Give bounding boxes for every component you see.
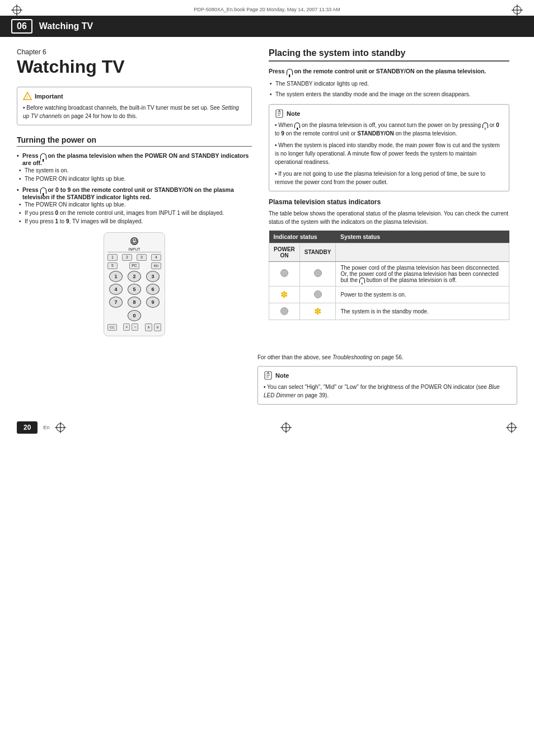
bottom-marks-row: 20 En: [17, 421, 517, 434]
section-standby-title: Placing the system into standby: [269, 48, 509, 62]
col-standby: STANDBY: [299, 243, 336, 261]
footer-right: For other than the above, see Troublesho…: [17, 354, 517, 405]
for-other-text: For other than the above, see Troublesho…: [257, 354, 517, 360]
svg-text:!: !: [26, 95, 28, 100]
num-btn-0: 0: [128, 310, 141, 321]
right-column: Placing the system into standby Press on…: [269, 48, 509, 343]
bottom-right-reg: [506, 422, 517, 433]
important-text: • Before watching broadcast channels, th…: [23, 104, 246, 120]
svg-point-8: [279, 110, 280, 111]
table-header-row: Indicator status System status: [269, 231, 509, 243]
dot-grey-3: [314, 290, 322, 298]
standby-sub-2: The system enters the standby mode and t…: [269, 90, 509, 98]
standby-note-item-1: • When on the plasma television is off, …: [275, 121, 503, 138]
dot-grey-4: [280, 307, 288, 315]
row3-status-text: The system is in the standby mode.: [336, 303, 509, 320]
input-btn-pc: PC: [129, 262, 139, 269]
remote-power-btn-area: [107, 237, 161, 245]
chapter-title: Watching TV: [17, 57, 252, 77]
top-right-reg: [512, 4, 523, 16]
standby-note-box: Note • When on the plasma television is …: [269, 104, 509, 191]
remote-btn-plus: +: [123, 323, 130, 331]
list-item-1: Press on the plasma television when the …: [17, 152, 252, 183]
svg-point-10: [268, 372, 269, 373]
chapter-number: 06: [11, 19, 32, 34]
remote-btn-minus: −: [132, 323, 138, 331]
plasma-status-desc: The table below shows the operational st…: [269, 209, 509, 226]
footer-note-label: Note: [275, 372, 289, 379]
indicator-status-table: Indicator status System status POWER ON …: [269, 231, 509, 320]
bullet-main-1: Press on the plasma television when the …: [17, 152, 252, 166]
chapter-header-bar: 06 Watching TV: [0, 16, 534, 37]
bottom-center-reg: [280, 422, 292, 433]
col-system-status-label: [336, 243, 509, 261]
row3-power-dot: [269, 303, 300, 320]
turning-power-list: Press on the plasma television when the …: [17, 152, 252, 225]
row1-standby-dot: [299, 261, 336, 286]
page-footer: 20 En: [0, 421, 534, 450]
standby-note-item-2: • When the system is placed into standby…: [275, 141, 503, 166]
standby-sub-1: The STANDBY indicator lights up red.: [269, 79, 509, 88]
remote-numpad: 1 2 3 4 5 6 7 8 9: [107, 271, 161, 308]
left-column: Chapter 6 Watching TV ! Important • Befo…: [17, 48, 252, 343]
remote-control: INPUT 1 2 3 4 5 PC BD 1 2 3 4 5: [104, 232, 165, 336]
input-btn-1: 1: [107, 254, 118, 261]
sub-item-1-1: The system is on.: [17, 166, 252, 175]
num-btn-6: 6: [146, 284, 160, 295]
remote-input-label: INPUT: [107, 247, 161, 252]
remote-btn-chdown: ∨: [154, 323, 161, 331]
important-icon: !: [23, 92, 32, 101]
dot-grey-2: [314, 269, 322, 277]
important-box: ! Important • Before watching broadcast …: [17, 87, 252, 125]
page-lang: En: [43, 425, 49, 430]
row3-standby-dot: ✽: [299, 303, 336, 320]
footer-note-header: Note: [264, 371, 511, 380]
dot-sun-1: ✽: [280, 290, 288, 299]
table-col-header-row: POWER ON STANDBY: [269, 243, 509, 261]
standby-note-item-3: • If you are not going to use the plasma…: [275, 170, 503, 186]
header-title: Watching TV: [39, 21, 523, 31]
row1-power-dot: [269, 261, 300, 286]
row2-power-dot: ✽: [269, 287, 300, 303]
input-btn-2: 2: [122, 254, 132, 261]
power-icon-1: [40, 153, 46, 159]
list-item-2: Press or 0 to 9 on the remote control un…: [17, 186, 252, 226]
remote-input-row-2: 5 PC BD: [107, 262, 161, 269]
table-row-3: ✽ The system is in the standby mode.: [269, 303, 509, 320]
table-row-2: ✽ Power to the system is on.: [269, 287, 509, 303]
remote-input-row-1: 1 2 3 4: [107, 254, 161, 261]
top-marks: PDP-5080XA_En.book Page 20 Monday, May 1…: [0, 0, 534, 16]
th-indicator-status: Indicator status: [269, 231, 336, 243]
num-btn-3: 3: [146, 271, 160, 282]
section-turning-power: Turning the power on: [17, 135, 252, 147]
chapter-label: Chapter 6: [17, 48, 252, 56]
footer-note-icon: [264, 371, 273, 380]
sub-item-1-2: The POWER ON indicator lights up blue.: [17, 175, 252, 183]
bullet-main-2: Press or 0 to 9 on the remote control un…: [17, 186, 252, 200]
main-content: Chapter 6 Watching TV ! Important • Befo…: [0, 37, 534, 354]
page-number: 20: [24, 424, 31, 431]
important-header: ! Important: [23, 92, 246, 101]
plasma-status-subtitle: Plasma television status indicators: [269, 198, 509, 206]
row1-status-text: The power cord of the plasma television …: [336, 261, 509, 286]
standby-note-text: • When on the plasma television is off, …: [275, 121, 503, 186]
remote-bottom-controls: CC + − ∧ ∨: [107, 323, 161, 331]
section-title-turning-power: Turning the power on: [17, 135, 96, 144]
page-number-box: 20: [17, 421, 38, 434]
col-power-on: POWER ON: [269, 243, 300, 261]
footer-note-text: • You can select "High", "Mid" or "Low" …: [264, 383, 511, 400]
input-btn-4: 4: [151, 254, 161, 261]
remote-vol-ch: + −: [123, 323, 138, 331]
remote-btn-chup: ∧: [145, 323, 152, 331]
num-btn-9: 9: [146, 297, 160, 308]
sub-item-2-3: If you press 1 to 9, TV images will be d…: [17, 217, 252, 226]
standby-note-label: Note: [287, 110, 300, 117]
num-btn-8: 8: [128, 297, 141, 308]
row2-standby-dot: [299, 287, 336, 303]
num-btn-7: 7: [109, 297, 123, 308]
bottom-left: 20 En: [17, 421, 66, 434]
footer-area: For other than the above, see Troublesho…: [0, 354, 534, 421]
num-btn-1: 1: [109, 271, 123, 282]
bottom-left-reg: [55, 422, 66, 433]
remote-illustration: INPUT 1 2 3 4 5 PC BD 1 2 3 4 5: [17, 232, 252, 336]
